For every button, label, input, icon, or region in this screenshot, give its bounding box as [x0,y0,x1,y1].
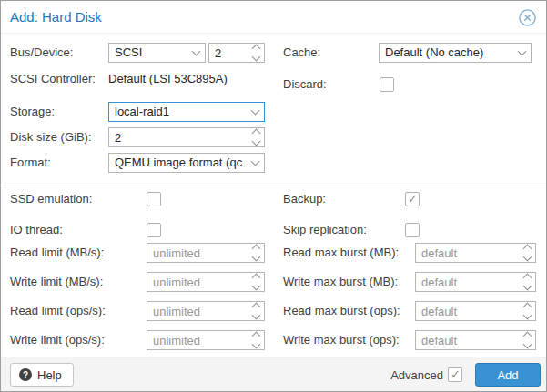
scsi-controller-value: Default (LSI 53C895A) [108,69,228,89]
help-button-label: Help [37,368,62,382]
chevron-down-icon[interactable] [522,311,532,320]
spinner-buttons[interactable] [519,331,535,349]
chevron-down-icon[interactable] [246,154,264,172]
write-max-burst-ops-label: Write max burst (ops): [283,330,400,350]
read-limit-ops-spinner[interactable] [147,301,265,321]
write-limit-ops-spinner[interactable] [147,330,265,350]
write-limit-mb-input[interactable] [147,273,248,291]
dialog-title: Add: Hard Disk [10,9,102,25]
chevron-down-icon[interactable] [251,340,260,349]
io-thread-label: IO thread: [10,220,63,240]
cache-combo-value: Default (No cache) [380,44,512,62]
spinner-buttons[interactable] [519,244,535,262]
cache-combo[interactable]: Default (No cache) [379,43,532,63]
chevron-down-icon[interactable] [522,253,532,262]
spinner-buttons[interactable] [248,128,264,146]
write-limit-ops-input[interactable] [147,331,248,349]
spinner-buttons[interactable] [248,273,264,291]
bus-device-number-spinner[interactable] [208,43,265,63]
write-max-burst-mb-spinner[interactable] [415,272,536,292]
read-limit-ops-label: Read limit (ops/s): [10,301,106,321]
backup-label: Backup: [283,189,326,209]
close-icon[interactable] [519,9,536,26]
write-limit-mb-spinner[interactable] [147,272,265,292]
write-max-burst-mb-input[interactable] [416,273,519,291]
read-limit-mb-spinner[interactable] [147,243,265,263]
chevron-down-icon[interactable] [251,282,260,291]
skip-replication-checkbox[interactable] [405,223,420,237]
spinner-buttons[interactable] [248,244,264,262]
cache-label: Cache: [283,43,320,63]
discard-label: Discard: [283,75,327,95]
skip-replication-label: Skip replication: [283,220,367,240]
add-hard-disk-dialog: Add: Hard Disk Bus/Device: SCSI SCSI Con… [0,0,547,392]
read-limit-ops-input[interactable] [147,302,248,320]
help-button[interactable]: ? Help [10,363,74,387]
chevron-down-icon[interactable] [187,44,205,62]
chevron-down-icon[interactable] [246,103,264,121]
add-button[interactable]: Add [475,363,541,387]
format-label: Format: [10,153,51,173]
chevron-down-icon[interactable] [251,253,260,262]
read-max-burst-mb-input[interactable] [416,244,519,262]
scsi-controller-label: SCSI Controller: [10,69,96,89]
read-limit-mb-input[interactable] [147,244,248,262]
spinner-buttons[interactable] [519,302,535,320]
question-icon: ? [19,368,32,381]
bus-device-combo-value: SCSI [109,44,187,62]
chevron-down-icon[interactable] [251,311,260,320]
spinner-buttons[interactable] [519,273,535,291]
read-limit-mb-label: Read limit (MB/s): [10,243,104,263]
io-thread-checkbox[interactable] [147,223,161,237]
title-bar: Add: Hard Disk [1,1,546,34]
bus-device-combo[interactable]: SCSI [108,43,206,63]
advanced-label: Advanced [390,368,443,382]
write-limit-mb-label: Write limit (MB/s): [10,272,103,292]
bus-device-label: Bus/Device: [10,43,73,63]
ssd-emulation-label: SSD emulation: [10,189,92,209]
disk-size-label: Disk size (GiB): [10,127,92,147]
spinner-buttons[interactable] [248,331,264,349]
spinner-buttons[interactable] [248,302,264,320]
ssd-emulation-checkbox[interactable] [147,192,161,206]
storage-combo-value: local-raid1 [109,103,246,121]
read-max-burst-mb-label: Read max burst (MB): [283,243,399,263]
section-divider [1,186,546,186]
footer-bar: ? Help Advanced Add [1,357,546,391]
spinner-buttons[interactable] [248,44,264,62]
read-max-burst-ops-label: Read max burst (ops): [283,301,400,321]
bus-device-number-input[interactable] [209,44,248,62]
read-max-burst-ops-spinner[interactable] [415,301,536,321]
write-max-burst-mb-label: Write max burst (MB): [283,272,398,292]
read-max-burst-ops-input[interactable] [416,302,519,320]
storage-combo[interactable]: local-raid1 [108,102,265,122]
disk-size-spinner[interactable] [108,127,265,147]
chevron-down-icon[interactable] [251,53,260,62]
read-max-burst-mb-spinner[interactable] [415,243,536,263]
backup-checkbox[interactable] [405,192,420,206]
chevron-down-icon[interactable] [522,340,532,349]
discard-checkbox[interactable] [380,77,394,92]
storage-label: Storage: [10,102,55,122]
write-max-burst-ops-spinner[interactable] [415,330,536,350]
chevron-down-icon[interactable] [512,44,531,62]
advanced-checkbox[interactable] [448,367,462,382]
write-limit-ops-label: Write limit (ops/s): [10,330,105,350]
format-combo-value: QEMU image format (qc [109,154,246,172]
write-max-burst-ops-input[interactable] [416,331,519,349]
format-combo[interactable]: QEMU image format (qc [108,153,265,173]
chevron-down-icon[interactable] [522,282,532,291]
chevron-down-icon[interactable] [251,137,260,146]
disk-size-input[interactable] [109,128,248,146]
